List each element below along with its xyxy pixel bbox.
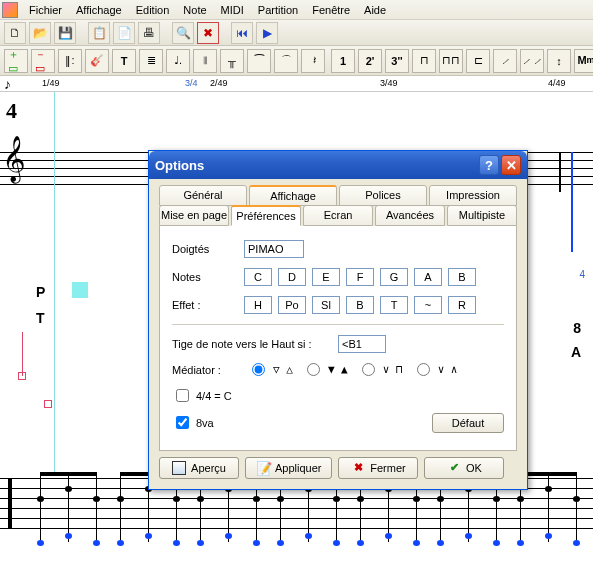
bars-icon[interactable]: ≣ — [139, 49, 163, 73]
save-icon[interactable]: 💾 — [54, 22, 76, 44]
tab-polices[interactable]: Polices — [339, 185, 427, 206]
tab-multipiste[interactable]: Multipiste — [447, 205, 517, 226]
add-bar-icon[interactable]: ＋▭ — [4, 49, 28, 73]
input-effet-b[interactable] — [346, 296, 374, 314]
zoom-icon[interactable]: 🔍 — [172, 22, 194, 44]
input-effet-sl[interactable] — [312, 296, 340, 314]
print-icon[interactable]: 🖶 — [138, 22, 160, 44]
accent-icon[interactable]: ⟋ — [493, 49, 517, 73]
note-head — [357, 540, 364, 546]
mediator-shape-2: ▼ ▲ — [328, 363, 348, 376]
menu-affichage[interactable]: Affichage — [70, 2, 128, 18]
label-notes: Notes — [172, 271, 238, 283]
delete-icon[interactable]: ✖ — [197, 22, 219, 44]
ruler-mark: 1/49 — [42, 78, 60, 88]
menu-note[interactable]: Note — [177, 2, 212, 18]
input-note-e[interactable] — [312, 268, 340, 286]
input-note-b[interactable] — [448, 268, 476, 286]
default-button[interactable]: Défaut — [432, 413, 504, 433]
menu-edition[interactable]: Edition — [130, 2, 176, 18]
ok-button[interactable]: ✔ OK — [424, 457, 504, 479]
timeline-ruler[interactable]: ♪ 1/49 3/4 2/49 3/49 4/49 — [0, 76, 593, 92]
selection-marker[interactable] — [72, 282, 88, 298]
bar-line — [8, 478, 12, 528]
apply-button[interactable]: 📝 Appliquer — [245, 457, 332, 479]
slur-icon[interactable]: ⌒ — [274, 49, 298, 73]
input-effet-r[interactable] — [448, 296, 476, 314]
bracket-multi-icon[interactable]: ⊓⊓ — [439, 49, 463, 73]
note-stem — [120, 472, 121, 542]
mm-icon[interactable]: Mm — [574, 49, 593, 73]
eighth-note-icon: ♪ — [4, 76, 11, 92]
copy-icon[interactable]: 📋 — [88, 22, 110, 44]
input-effet-tilde[interactable] — [414, 296, 442, 314]
menu-partition[interactable]: Partition — [252, 2, 304, 18]
radio-mediator-3[interactable] — [362, 363, 375, 376]
note-head — [117, 540, 124, 546]
input-note-f[interactable] — [346, 268, 374, 286]
open-icon[interactable]: 📂 — [29, 22, 51, 44]
input-effet-po[interactable] — [278, 296, 306, 314]
checkbox-8va[interactable] — [176, 416, 189, 429]
note-head — [333, 496, 340, 502]
input-doigtes[interactable] — [244, 240, 304, 258]
input-note-a[interactable] — [414, 268, 442, 286]
ok-button-label: OK — [466, 462, 482, 474]
digit-2[interactable]: 2' — [358, 49, 382, 73]
text-icon[interactable]: T — [112, 49, 136, 73]
digit-1[interactable]: 1 — [331, 49, 355, 73]
options-dialog: Options ? ✕ Général Affichage Polices Im… — [148, 150, 528, 490]
menu-fichier[interactable]: Fichier — [23, 2, 68, 18]
play-icon[interactable]: ▶ — [256, 22, 278, 44]
double-accent-icon[interactable]: ⟋⟋ — [520, 49, 544, 73]
input-effet-t[interactable] — [380, 296, 408, 314]
close-button[interactable]: ✖ Fermer — [338, 457, 418, 479]
bracket-h-icon[interactable]: ⊓ — [412, 49, 436, 73]
input-note-d[interactable] — [278, 268, 306, 286]
new-icon[interactable]: 🗋 — [4, 22, 26, 44]
digit-3[interactable]: 3'' — [385, 49, 409, 73]
close-icon[interactable]: ✕ — [501, 155, 521, 175]
tab-mise-en-page[interactable]: Mise en page — [159, 205, 229, 226]
del-bar-icon[interactable]: －▭ — [31, 49, 55, 73]
dialog-titlebar[interactable]: Options ? ✕ — [149, 151, 527, 179]
note-head — [437, 540, 444, 546]
input-note-g[interactable] — [380, 268, 408, 286]
rewind-icon[interactable]: ⏮ — [231, 22, 253, 44]
tuning-icon[interactable]: 🎸 — [85, 49, 109, 73]
repeat-icon[interactable]: ‖: — [58, 49, 82, 73]
input-effet-h[interactable] — [244, 296, 272, 314]
menu-midi[interactable]: MIDI — [215, 2, 250, 18]
marker-handle[interactable] — [44, 400, 52, 408]
note-icon[interactable]: ♩. — [166, 49, 190, 73]
beam-icon[interactable]: ╥ — [220, 49, 244, 73]
input-note-c[interactable] — [244, 268, 272, 286]
track-p-label: P — [36, 284, 45, 300]
tab-preferences[interactable]: Préférences — [231, 205, 301, 226]
menu-fenetre[interactable]: Fenêtre — [306, 2, 356, 18]
checkbox-44c[interactable] — [176, 389, 189, 402]
chord-icon[interactable]: ⫴ — [193, 49, 217, 73]
radio-mediator-1[interactable] — [252, 363, 265, 376]
note-head — [197, 540, 204, 546]
toolbar-notation: ＋▭ －▭ ‖: 🎸 T ≣ ♩. ⫴ ╥ ⁀ ⌒ 𝄽 1 2' 3'' ⊓ ⊓… — [0, 46, 593, 76]
tie-icon[interactable]: ⁀ — [247, 49, 271, 73]
updown-icon[interactable]: ↕ — [547, 49, 571, 73]
note-head — [65, 533, 72, 539]
input-tige[interactable] — [338, 335, 386, 353]
help-icon[interactable]: ? — [479, 155, 499, 175]
rest-icon[interactable]: 𝄽 — [301, 49, 325, 73]
tab-impression[interactable]: Impression — [429, 185, 517, 206]
tab-general[interactable]: Général — [159, 185, 247, 206]
radio-mediator-4[interactable] — [417, 363, 430, 376]
paste-icon[interactable]: 📄 — [113, 22, 135, 44]
radio-mediator-2[interactable] — [307, 363, 320, 376]
menu-aide[interactable]: Aide — [358, 2, 392, 18]
tab-ecran[interactable]: Ecran — [303, 205, 373, 226]
tab-avancees[interactable]: Avancées — [375, 205, 445, 226]
tab-affichage[interactable]: Affichage — [249, 185, 337, 206]
note-head — [197, 496, 204, 502]
bracket-open-icon[interactable]: ⊏ — [466, 49, 490, 73]
note-head — [253, 540, 260, 546]
preview-button[interactable]: Aperçu — [159, 457, 239, 479]
